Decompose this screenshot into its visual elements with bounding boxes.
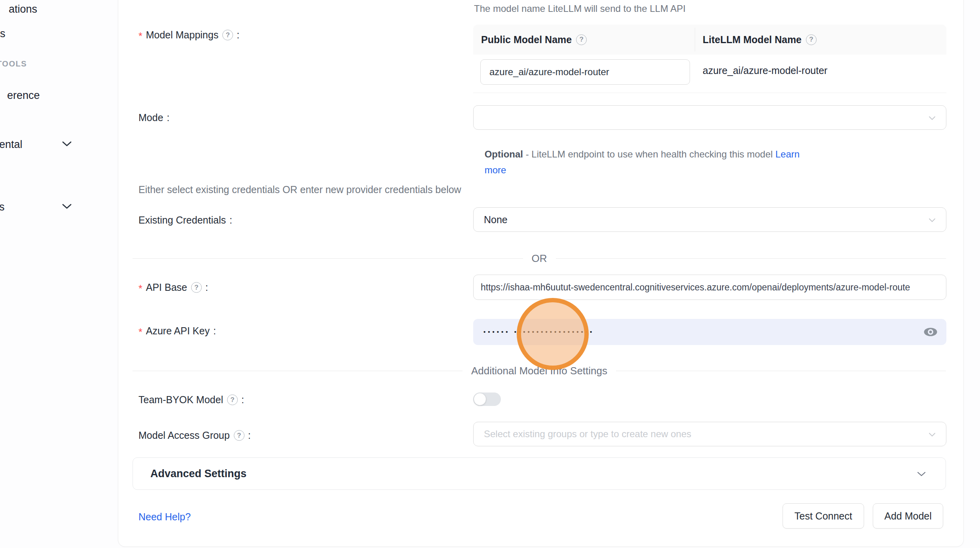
required-marker: * xyxy=(138,30,142,42)
learn-more-link[interactable]: more xyxy=(485,165,506,175)
api-base-input[interactable]: https://ishaa-mh6uutut-swedencentral.cog… xyxy=(473,275,946,300)
add-model-button[interactable]: Add Model xyxy=(873,503,943,529)
model-mappings-table: Public Model Name ? LiteLLM Model Name ?… xyxy=(473,25,946,93)
litellm-model-name-value: azure_ai/azure-model-router xyxy=(703,65,827,76)
or-divider-text: OR xyxy=(532,252,547,265)
help-icon[interactable]: ? xyxy=(234,430,245,441)
model-access-group-placeholder: Select existing groups or type to create… xyxy=(484,422,691,446)
eye-icon[interactable] xyxy=(923,327,938,337)
divider-line xyxy=(616,371,946,371)
need-help-link[interactable]: Need Help? xyxy=(138,511,191,523)
divider-line xyxy=(133,258,523,259)
model-access-group-select[interactable]: Select existing groups or type to create… xyxy=(473,422,946,446)
sidebar-item-organizations[interactable]: ations xyxy=(9,3,37,15)
required-marker: * xyxy=(138,283,142,294)
mode-help-text-line2: more xyxy=(474,154,506,187)
chevron-down-icon xyxy=(62,141,72,147)
table-row: azure_ai/azure-model-router azure_ai/azu… xyxy=(473,55,946,93)
advanced-settings-title: Advanced Settings xyxy=(150,458,246,489)
chevron-down-icon xyxy=(929,116,936,120)
column-separator xyxy=(695,28,695,51)
chevron-down-icon xyxy=(929,432,936,437)
mode-label: Mode: xyxy=(138,112,170,123)
chevron-down-icon xyxy=(62,203,72,210)
model-name-note: The model name LiteLLM will send to the … xyxy=(474,3,686,14)
chevron-down-icon xyxy=(917,472,926,476)
table-header-row: Public Model Name ? LiteLLM Model Name ? xyxy=(473,25,946,55)
mode-select[interactable] xyxy=(473,105,946,130)
sidebar-item-inference[interactable]: erence xyxy=(7,89,40,102)
add-model-page: ations s TOOLS erence ental s The model … xyxy=(0,0,980,548)
click-highlight xyxy=(517,298,589,370)
existing-credentials-select[interactable]: None xyxy=(473,207,946,232)
test-connect-button[interactable]: Test Connect xyxy=(783,503,864,529)
team-byok-toggle[interactable] xyxy=(473,393,501,406)
help-icon[interactable]: ? xyxy=(227,394,238,405)
existing-credentials-value: None xyxy=(484,208,508,231)
existing-credentials-label: Existing Credentials: xyxy=(138,214,232,226)
sidebar-section-tools: TOOLS xyxy=(0,59,27,68)
model-access-group-label: Model Access Group ? : xyxy=(138,430,251,441)
or-divider: OR xyxy=(133,252,946,265)
learn-more-link[interactable]: Learn xyxy=(775,149,800,159)
required-marker: * xyxy=(138,326,142,338)
public-model-name-input[interactable]: azure_ai/azure-model-router xyxy=(480,59,690,85)
mode-help-text: Optional - LiteLLM endpoint to use when … xyxy=(474,138,800,171)
sidebar-item-experimental[interactable]: ental xyxy=(0,138,23,151)
sidebar-item-1[interactable]: s xyxy=(0,28,6,40)
team-byok-label: Team-BYOK Model ? : xyxy=(138,394,244,406)
help-icon[interactable]: ? xyxy=(576,34,587,45)
column-header-litellm-model-name: LiteLLM Model Name ? xyxy=(695,34,817,46)
help-icon[interactable]: ? xyxy=(191,282,202,293)
model-mappings-label: * Model Mappings ? : xyxy=(138,29,239,41)
advanced-settings-panel[interactable]: Advanced Settings xyxy=(133,457,946,490)
chevron-down-icon xyxy=(929,218,936,222)
credentials-note: Either select existing credentials OR en… xyxy=(138,184,461,195)
column-header-public-model-name: Public Model Name ? xyxy=(473,34,695,46)
help-icon[interactable]: ? xyxy=(806,34,817,45)
api-base-label: * API Base ? : xyxy=(138,282,208,293)
toggle-knob xyxy=(474,393,486,405)
azure-api-key-label: * Azure API Key : xyxy=(138,325,216,337)
sidebar-item-settings[interactable]: s xyxy=(0,201,5,213)
divider-line xyxy=(133,371,463,371)
help-icon[interactable]: ? xyxy=(222,30,233,40)
divider-line xyxy=(556,258,946,259)
